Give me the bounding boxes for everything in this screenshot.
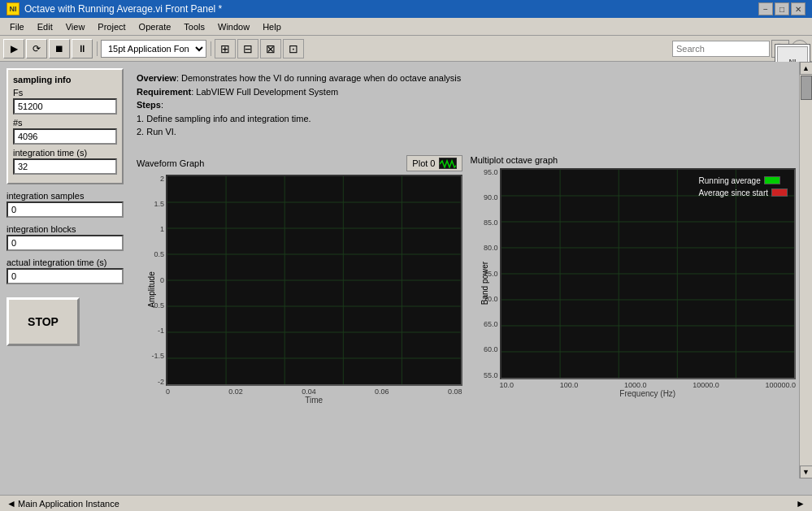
- steps-label: Steps: [137, 100, 161, 110]
- integration-blocks-label: integration blocks: [7, 224, 124, 234]
- sampling-info-title: sampling info: [13, 75, 117, 84]
- waveform-y-ticks: 2 1.5 1 0.5 0 -0.5 -1 -1.5 -2: [141, 175, 164, 386]
- scrollbar-right[interactable]: ▲ ▼: [799, 62, 812, 479]
- stop-button[interactable]: STOP: [7, 297, 80, 346]
- integration-blocks-input[interactable]: [7, 235, 124, 251]
- ns-input[interactable]: [13, 128, 117, 145]
- toolbar-separator-1: [94, 39, 99, 58]
- menu-edit[interactable]: Edit: [31, 19, 59, 35]
- fs-input[interactable]: [13, 98, 117, 115]
- overview-label: Overview: [137, 73, 176, 83]
- waveform-x-ticks: 0 0.02 0.04 0.06 0.08: [166, 388, 462, 396]
- toolbar-separator-2: [208, 39, 213, 58]
- multiplot-graph-title: Multiplot octave graph: [471, 155, 558, 165]
- menu-window[interactable]: Window: [211, 19, 256, 35]
- title-bar: NI Octave with Running Average.vi Front …: [0, 0, 812, 18]
- waveform-graph-title: Waveform Graph: [137, 158, 204, 168]
- search-input[interactable]: [672, 41, 770, 57]
- abort-button[interactable]: ⏹: [49, 39, 70, 58]
- graphs-row: Waveform Graph Plot 0 Amplitude: [137, 155, 796, 405]
- scroll-thumb[interactable]: [801, 76, 812, 100]
- actual-integration-time-input[interactable]: [7, 268, 124, 284]
- running-average-legend-text: Running average: [699, 176, 761, 185]
- status-arrow-right[interactable]: ►: [794, 497, 807, 510]
- integration-time-label: integration time (s): [13, 148, 117, 158]
- maximize-button[interactable]: □: [775, 2, 789, 15]
- minimize-button[interactable]: −: [758, 2, 773, 15]
- plot-label[interactable]: Plot 0: [406, 155, 462, 171]
- multiplot-x-label: Frequency (Hz): [500, 389, 797, 398]
- pane-button[interactable]: ⊞: [215, 39, 236, 58]
- close-button[interactable]: ✕: [791, 2, 805, 15]
- toolbar: ▶ ⟳ ⏹ ⏸ 15pt Application Font ⊞ ⊟ ⊠ ⊡ 🔍 …: [0, 36, 812, 62]
- scroll-up-arrow[interactable]: ▲: [800, 62, 813, 75]
- menu-view[interactable]: View: [59, 19, 92, 35]
- status-arrow-left[interactable]: ◄: [5, 497, 18, 510]
- menu-file[interactable]: File: [3, 19, 31, 35]
- fs-label: Fs: [13, 88, 117, 97]
- run-button[interactable]: ▶: [3, 39, 24, 58]
- overview-text: : Demonstrates how the VI do running ava…: [176, 73, 461, 83]
- integration-samples-label: integration samples: [7, 191, 124, 201]
- menu-operate[interactable]: Operate: [132, 19, 178, 35]
- requirement-text: : LabVIEW Full Development System: [191, 87, 338, 97]
- waveform-x-label: Time: [166, 396, 462, 405]
- app-icon: NI: [7, 2, 20, 15]
- menu-bar: File Edit View Project Operate Tools Win…: [0, 18, 812, 36]
- requirement-label: Requirement: [137, 87, 191, 97]
- run-continuously-button[interactable]: ⟳: [26, 39, 47, 58]
- window-title: Octave with Running Average.vi Front Pan…: [24, 3, 222, 15]
- status-bar: ◄ Main Application Instance ►: [0, 495, 812, 511]
- distribute-button[interactable]: ⊠: [260, 39, 281, 58]
- scroll-track[interactable]: [800, 75, 812, 466]
- description-area: Overview: Demonstrates how the VI do run…: [137, 71, 796, 139]
- integration-time-input[interactable]: [13, 158, 117, 175]
- scroll-down-arrow[interactable]: ▼: [800, 466, 813, 479]
- waveform-graph-box: [166, 175, 462, 386]
- multiplot-y-ticks: 95.0 90.0 85.0 80.0 75.0 70.0 65.0 60.0 …: [475, 168, 498, 379]
- multiplot-graph-box: Running average Average since start: [500, 168, 797, 379]
- steps-colon: :: [161, 100, 163, 110]
- step2-text: 2. Run VI.: [137, 125, 796, 139]
- status-bar-text: Main Application Instance: [18, 499, 794, 509]
- running-average-legend-color: [764, 176, 780, 184]
- multiplot-graph-container: Multiplot octave graph Band power 95.0 9…: [471, 155, 797, 405]
- integration-samples-input[interactable]: [7, 201, 124, 218]
- step1-text: 1. Define sampling info and integration …: [137, 112, 796, 126]
- multiplot-legend: Running average Average since start: [699, 176, 788, 201]
- pause-button[interactable]: ⏸: [72, 39, 93, 58]
- multiplot-x-ticks: 10.0 100.0 1000.0 10000.0 100000.0: [500, 381, 797, 389]
- menu-tools[interactable]: Tools: [177, 19, 211, 35]
- average-since-start-legend-text: Average since start: [699, 188, 768, 197]
- left-panel: sampling info Fs #s integration time (s)…: [0, 62, 130, 479]
- waveform-graph-container: Waveform Graph Plot 0 Amplitude: [137, 155, 462, 405]
- ns-label: #s: [13, 118, 117, 128]
- align-button[interactable]: ⊟: [237, 39, 258, 58]
- menu-project[interactable]: Project: [91, 19, 132, 35]
- resize-button[interactable]: ⊡: [283, 39, 304, 58]
- font-dropdown[interactable]: 15pt Application Font: [101, 40, 206, 58]
- average-since-start-legend-color: [771, 188, 788, 197]
- actual-integration-time-label: actual integration time (s): [7, 258, 124, 267]
- menu-help[interactable]: Help: [256, 19, 288, 35]
- sampling-info-box: sampling info Fs #s integration time (s): [7, 68, 124, 184]
